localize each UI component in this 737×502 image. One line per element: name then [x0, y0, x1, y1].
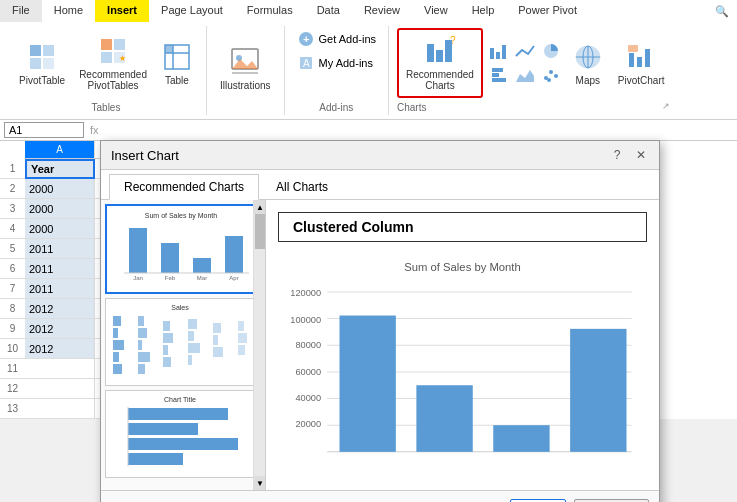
tab-page-layout[interactable]: Page Layout	[149, 0, 235, 22]
tab-insert[interactable]: Insert	[95, 0, 149, 22]
cell-a2[interactable]: 2000	[25, 179, 95, 199]
svg-rect-42	[637, 57, 642, 67]
svg-rect-81	[128, 408, 228, 420]
svg-point-34	[549, 70, 553, 74]
tab-data[interactable]: Data	[305, 0, 352, 22]
formula-separator: fx	[90, 124, 99, 136]
tab-home[interactable]: Home	[42, 0, 95, 22]
row-header-8: 8	[0, 299, 25, 319]
ribbon-group-illustrations: Illustrations	[207, 26, 285, 115]
svg-rect-21	[427, 44, 434, 62]
svg-rect-6	[101, 52, 112, 63]
dialog-close-button[interactable]: ✕	[633, 147, 649, 163]
my-addins-button[interactable]: A My Add-ins	[293, 52, 380, 74]
svg-rect-30	[492, 73, 499, 77]
row-headers: 1 2 3 4 5 6 7 8 9 10 11 12 13	[0, 159, 25, 419]
cell-a5[interactable]: 2011	[25, 239, 95, 259]
cell-a13[interactable]	[25, 399, 95, 419]
svg-text:Chart Title: Chart Title	[164, 396, 196, 403]
line-chart-button[interactable]	[513, 40, 537, 62]
svg-rect-27	[502, 45, 506, 59]
cell-a4[interactable]: 2000	[25, 219, 95, 239]
dialog-help-button[interactable]: ?	[609, 147, 625, 163]
cell-a7[interactable]: 2011	[25, 279, 95, 299]
svg-rect-71	[188, 331, 194, 341]
svg-text:Jan: Jan	[133, 275, 143, 281]
svg-text:Mar: Mar	[197, 275, 207, 281]
row-header-7: 7	[0, 279, 25, 299]
table-icon	[161, 41, 193, 73]
dialog-title-bar: Insert Chart ? ✕	[101, 141, 659, 170]
scroll-up-button[interactable]: ▲	[254, 200, 266, 214]
svg-point-14	[236, 55, 242, 61]
chart-thumb-2[interactable]: Sales	[105, 298, 261, 386]
dialog-body: Sum of Sales by Month Jan Feb Mar Apr	[101, 200, 659, 490]
svg-rect-44	[628, 45, 638, 52]
chart-thumb-1[interactable]: Sum of Sales by Month Jan Feb Mar Apr	[105, 204, 261, 294]
scroll-down-button[interactable]: ▼	[254, 476, 266, 490]
tab-formulas[interactable]: Formulas	[235, 0, 305, 22]
tab-file[interactable]: File	[0, 0, 42, 22]
charts-expand-icon[interactable]: ↗	[662, 101, 670, 111]
cell-a1[interactable]: Year	[25, 159, 95, 179]
illustrations-button[interactable]: Illustrations	[215, 43, 276, 94]
cell-a6[interactable]: 2011	[25, 259, 95, 279]
svg-rect-4	[101, 39, 112, 50]
svg-point-35	[554, 74, 558, 78]
svg-rect-41	[629, 53, 634, 67]
pivot-chart-button[interactable]: PivotChart	[613, 38, 670, 89]
dialog-tab-recommended[interactable]: Recommended Charts	[109, 174, 259, 200]
cell-a9[interactable]: 2012	[25, 319, 95, 339]
chart-types-col	[487, 40, 563, 86]
bar-chart-button[interactable]	[487, 64, 511, 86]
tab-view[interactable]: View	[412, 0, 460, 22]
column-chart-button[interactable]	[487, 40, 511, 62]
recommended-pivot-button[interactable]: ★ RecommendedPivotTables	[74, 32, 152, 94]
row-header-3: 3	[0, 199, 25, 219]
charts-items: ? RecommendedCharts	[397, 28, 670, 98]
tab-help[interactable]: Help	[460, 0, 507, 22]
cell-a8[interactable]: 2012	[25, 299, 95, 319]
get-addins-button[interactable]: + Get Add-ins	[293, 28, 380, 50]
cell-a12[interactable]	[25, 379, 95, 399]
cell-a11[interactable]	[25, 359, 95, 379]
tables-group-label: Tables	[92, 98, 121, 113]
dialog-tab-all[interactable]: All Charts	[261, 174, 343, 199]
col-header-a: A	[25, 141, 95, 159]
row-header-2: 2	[0, 179, 25, 199]
bar-2	[416, 385, 472, 452]
scatter-chart-button[interactable]	[539, 64, 563, 86]
svg-text:100000: 100000	[290, 315, 321, 325]
svg-marker-15	[232, 59, 258, 69]
svg-rect-56	[113, 316, 121, 326]
svg-rect-2	[30, 58, 41, 69]
svg-rect-25	[490, 48, 494, 59]
recommended-charts-button[interactable]: ? RecommendedCharts	[401, 32, 479, 94]
svg-rect-1	[43, 45, 54, 56]
svg-rect-72	[188, 343, 200, 353]
tab-review[interactable]: Review	[352, 0, 412, 22]
name-box[interactable]	[4, 122, 84, 138]
illustrations-icon	[229, 46, 261, 78]
svg-rect-47	[161, 243, 179, 273]
chart-list-scrollbar[interactable]: ▲ ▼	[253, 200, 265, 490]
pie-chart-button[interactable]	[539, 40, 563, 62]
search-button[interactable]: 🔍	[707, 0, 737, 22]
cell-a3[interactable]: 2000	[25, 199, 95, 219]
table-button[interactable]: Table	[156, 38, 198, 89]
area-chart-button[interactable]	[513, 64, 537, 86]
svg-rect-78	[238, 333, 247, 343]
svg-rect-49	[225, 236, 243, 273]
row-header-12: 12	[0, 379, 25, 399]
pivot-table-button[interactable]: PivotTable	[14, 38, 70, 89]
svg-rect-75	[213, 335, 218, 345]
chart-name-display: Clustered Column	[278, 212, 647, 242]
pivot-chart-icon	[625, 41, 657, 73]
maps-label: Maps	[576, 75, 600, 86]
maps-button[interactable]: Maps	[567, 38, 609, 89]
chart-thumb-3[interactable]: Chart Title	[105, 390, 261, 478]
cell-a10[interactable]: 2012	[25, 339, 95, 359]
svg-rect-66	[163, 321, 170, 331]
tab-power-pivot[interactable]: Power Pivot	[506, 0, 589, 22]
svg-text:+: +	[303, 33, 309, 45]
